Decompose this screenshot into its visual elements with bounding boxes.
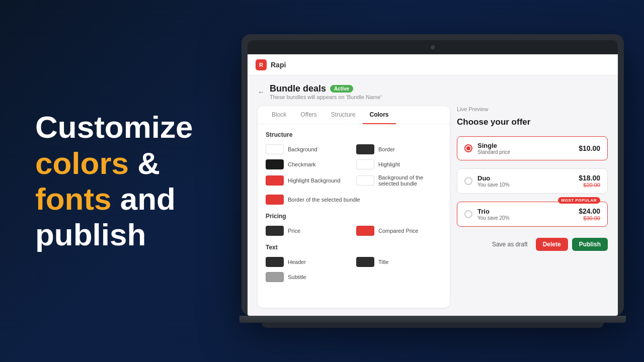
left-text-panel: Customize colors & fonts and publish	[0, 79, 231, 283]
bundle-compare-duo: $20.00	[579, 182, 600, 188]
highlight-bg-swatch[interactable]	[266, 175, 284, 186]
headline-line4: publish	[35, 217, 146, 252]
highlight-bg-label: Highlight Background	[288, 177, 341, 184]
app-name: Rapi	[271, 61, 286, 69]
preview-panel: Live Preview Choose your offer Single	[457, 106, 608, 308]
page-subtitle: These bundles will appears on 'Bundle Na…	[270, 94, 382, 100]
status-badge: Active	[330, 85, 353, 93]
laptop: R Rapi ← Bundle deals Active	[242, 34, 624, 328]
back-arrow[interactable]: ←	[258, 88, 265, 96]
tab-block[interactable]: Block	[265, 106, 293, 124]
price-row: Price	[266, 226, 351, 236]
top-nav: R Rapi	[248, 54, 618, 75]
checkmark-swatch[interactable]	[266, 159, 284, 169]
laptop-screen-outer: R Rapi ← Bundle deals Active	[242, 34, 624, 316]
header-swatch[interactable]	[266, 257, 284, 267]
header-row: Header	[266, 257, 351, 267]
laptop-screen: R Rapi ← Bundle deals Active	[248, 54, 618, 316]
title-row: Title	[356, 257, 442, 267]
bundle-price-value-trio: $24.00	[579, 207, 600, 215]
content-area: ← Bundle deals Active These bundles will…	[248, 75, 618, 316]
page-title-section: Bundle deals Active These bundles will a…	[270, 83, 382, 100]
bundle-price-value-single: $10.00	[579, 144, 600, 152]
page-title: Bundle deals	[270, 83, 326, 94]
bundle-sub-trio: You save 20%	[477, 215, 574, 221]
delete-button[interactable]: Delete	[536, 238, 568, 251]
laptop-base	[239, 316, 626, 323]
background-row: Background	[266, 144, 351, 154]
headline-line1: Customize	[35, 110, 193, 144]
bundle-compare-trio: $30.00	[579, 215, 600, 221]
border-selected-label: Border of the selected bundle	[288, 197, 360, 203]
settings-content: Structure Background Border	[258, 124, 450, 297]
main-columns: Block Offers Structure Colors Structure	[258, 106, 608, 308]
radio-trio	[464, 210, 472, 218]
selected-bg-row: Background of the selected bundle	[356, 174, 442, 187]
selected-bg-label: Background of the selected bundle	[378, 174, 442, 187]
compared-price-row: Compared Price	[356, 226, 442, 236]
highlight-row: Highlight	[356, 159, 442, 169]
structure-color-grid: Background Border Checkmar	[266, 144, 442, 187]
bundle-info-trio: Trio You save 20%	[477, 208, 574, 221]
border-selected-swatch[interactable]	[266, 195, 284, 205]
compared-price-label: Compared Price	[378, 228, 418, 234]
background-swatch[interactable]	[266, 144, 284, 154]
bundle-price-single: $10.00	[579, 144, 600, 152]
header-label: Header	[288, 259, 306, 265]
bundle-option-trio[interactable]: MOST POPULAR Trio You save 20% $24.00 $3…	[457, 202, 608, 227]
preview-label: Live Preview	[457, 106, 608, 112]
action-buttons: Save as draft Delete Publish	[457, 238, 608, 251]
laptop-notch-bar	[248, 40, 618, 54]
tab-colors[interactable]: Colors	[363, 106, 396, 124]
most-popular-badge: MOST POPULAR	[558, 197, 600, 204]
border-label: Border	[378, 146, 395, 152]
page-header: ← Bundle deals Active These bundles will…	[258, 83, 608, 100]
pricing-section-title: Pricing	[266, 213, 442, 220]
title-label: Title	[378, 259, 388, 265]
tab-offers[interactable]: Offers	[293, 106, 324, 124]
publish-button[interactable]: Publish	[572, 238, 608, 251]
bundle-price-duo: $18.00 $20.00	[579, 174, 600, 188]
tab-structure[interactable]: Structure	[324, 106, 363, 124]
highlight-label: Highlight	[378, 161, 400, 167]
subtitle-label: Subtitle	[288, 274, 306, 280]
radio-single	[464, 144, 472, 152]
bundle-price-trio: $24.00 $30.00	[579, 207, 600, 221]
bundle-option-single[interactable]: Single Standard price $10.00	[457, 136, 608, 160]
highlight-swatch[interactable]	[356, 159, 374, 169]
bundle-name-trio: Trio	[477, 208, 574, 215]
laptop-camera	[431, 45, 435, 49]
tabs: Block Offers Structure Colors	[258, 106, 450, 124]
bundle-name-duo: Duo	[477, 174, 574, 182]
bundle-price-value-duo: $18.00	[579, 174, 600, 182]
title-swatch[interactable]	[356, 257, 374, 267]
checkmark-row: Checkmark	[266, 159, 351, 169]
pricing-color-grid: Price Compared Price	[266, 226, 442, 236]
headline-line2-colors: colors	[35, 146, 129, 180]
save-draft-button[interactable]: Save as draft	[488, 238, 532, 251]
headline-line3-fonts: fonts	[35, 182, 112, 216]
compared-price-swatch[interactable]	[356, 226, 374, 236]
headline: Customize colors & fonts and publish	[35, 109, 201, 252]
price-label: Price	[288, 228, 300, 234]
border-swatch[interactable]	[356, 144, 374, 154]
bundle-name-single: Single	[477, 142, 574, 149]
text-color-grid: Header Title Subtitle	[266, 257, 442, 282]
selected-bg-swatch[interactable]	[356, 175, 374, 186]
structure-section-title: Structure	[266, 131, 442, 138]
preview-title: Choose your offer	[457, 117, 608, 127]
settings-panel: Block Offers Structure Colors Structure	[258, 106, 450, 308]
headline-line3-and: and	[120, 182, 176, 216]
radio-duo	[464, 177, 472, 185]
subtitle-swatch[interactable]	[266, 272, 284, 282]
price-swatch[interactable]	[266, 226, 284, 236]
page-title-wrap: Bundle deals Active	[270, 83, 382, 94]
headline-line2-amp: &	[137, 146, 160, 180]
border-row: Border	[356, 144, 442, 154]
bundle-option-duo[interactable]: Duo You save 10% $18.00 $20.00	[457, 168, 608, 194]
laptop-foot	[262, 323, 604, 328]
bundle-info-single: Single Standard price	[477, 142, 574, 155]
radio-dot-single	[466, 146, 470, 150]
text-section-title: Text	[266, 244, 442, 251]
checkmark-label: Checkmark	[288, 161, 316, 167]
